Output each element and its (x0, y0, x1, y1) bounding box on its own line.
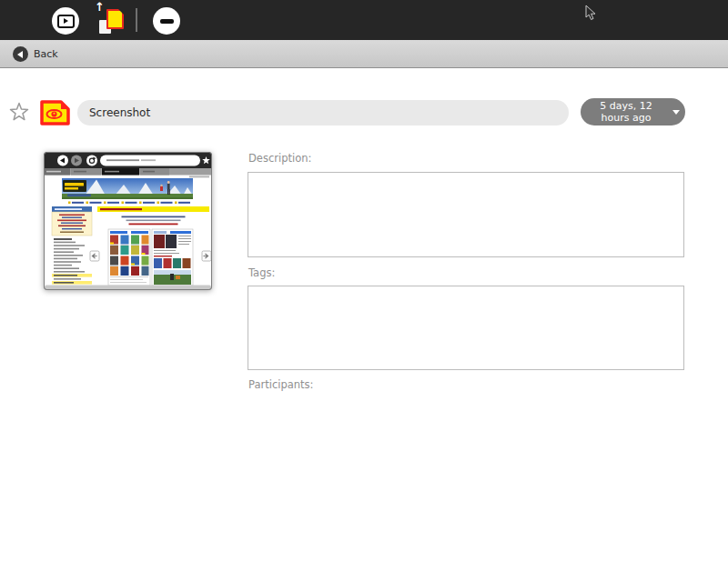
back-arrow-icon (17, 51, 23, 58)
description-textarea[interactable] (248, 172, 684, 257)
toolbar-divider (136, 8, 137, 32)
next-page-arrow (202, 251, 211, 261)
back-toolbar: Back (0, 40, 728, 68)
screenshot-thumbnail[interactable] (44, 152, 212, 290)
prev-page-arrow (90, 251, 99, 261)
timestamp-label: 5 days, 12 hours ago (586, 100, 666, 124)
minus-glyph (160, 19, 174, 24)
back-button[interactable] (13, 46, 28, 62)
chevron-down-icon (672, 110, 680, 115)
top-bar: ↑ (0, 0, 728, 40)
timestamp-dropdown[interactable]: 5 days, 12 hours ago (581, 98, 685, 125)
favorite-star-icon[interactable] (8, 101, 30, 123)
media-player-icon[interactable] (52, 7, 79, 35)
mouse-cursor (585, 5, 596, 22)
play-glyph (57, 15, 75, 28)
remove-icon[interactable] (153, 7, 180, 35)
back-label[interactable]: Back (34, 48, 58, 60)
tags-textarea[interactable] (248, 286, 684, 370)
tags-label: Tags: (248, 266, 275, 279)
description-label: Description: (248, 152, 311, 165)
image-viewer-eye-icon (38, 96, 72, 128)
item-title-input[interactable] (77, 100, 569, 125)
participants-label: Participants: (248, 378, 313, 391)
up-arrow-icon: ↑ (95, 0, 105, 14)
export-document-icon[interactable]: ↑ (93, 3, 127, 39)
